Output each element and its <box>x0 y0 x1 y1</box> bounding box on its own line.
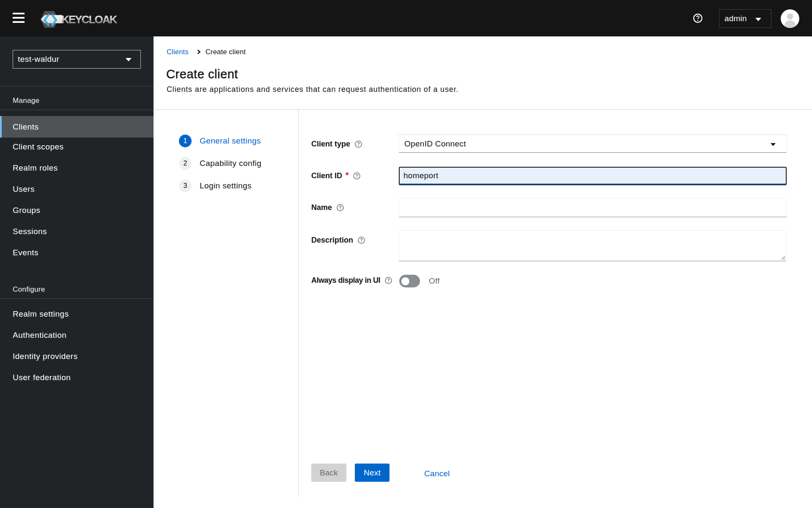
svg-text:KEYCLOAK: KEYCLOAK <box>61 13 118 26</box>
